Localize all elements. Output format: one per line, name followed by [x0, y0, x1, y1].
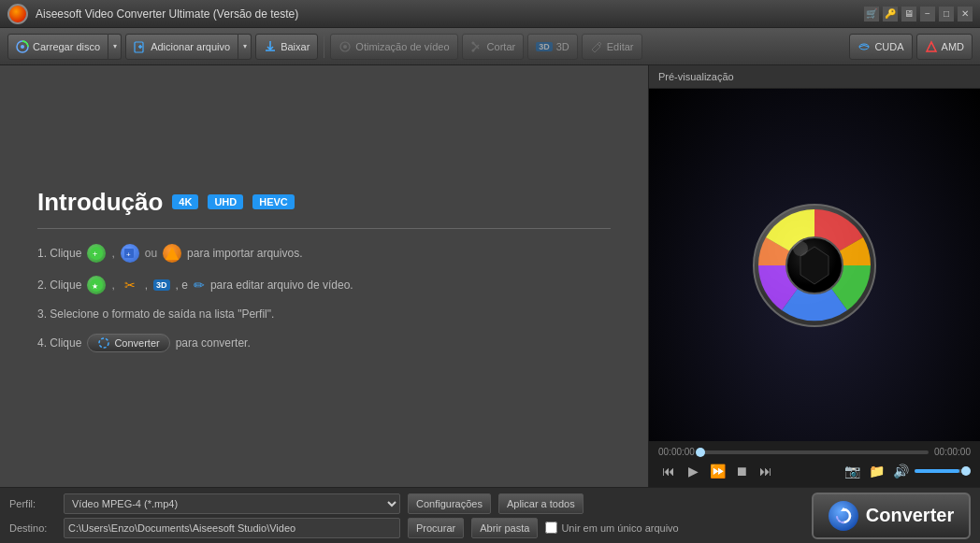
convert-icon-svg: [834, 507, 853, 525]
time-row: 00:00:00 00:00:00: [658, 447, 971, 457]
titlebar-controls: 🛒 🔑 🖥 − □ ✕: [864, 7, 973, 21]
step1-icon-3: [163, 244, 181, 263]
svg-point-7: [859, 44, 869, 50]
profile-select[interactable]: Vídeo MPEG-4 (*.mp4): [64, 493, 400, 514]
merge-checkbox-row: Unir em um único arquivo: [545, 522, 678, 534]
dest-label: Destino:: [9, 522, 56, 534]
lens-svg: [749, 200, 880, 331]
svg-text:+: +: [126, 250, 131, 259]
preview-panel: Pré-visualização: [648, 65, 980, 487]
load-disc-button[interactable]: Carregar disco: [7, 34, 108, 60]
cuda-button[interactable]: CUDA: [849, 34, 912, 60]
skip-start-button[interactable]: ⏮: [658, 461, 679, 481]
intro-step-4: 4. Clique Converter para converter.: [37, 334, 611, 352]
badge-uhd: UHD: [208, 194, 243, 209]
step2-icon-scissors: ✂: [121, 276, 139, 294]
config-button[interactable]: Configurações: [408, 493, 491, 514]
svg-marker-12: [166, 247, 179, 260]
step2-icon-3d: 3D: [153, 279, 170, 291]
convert-spin-icon: [829, 501, 858, 531]
minimize-button[interactable]: −: [920, 7, 935, 21]
browse-button[interactable]: Procurar: [408, 518, 464, 538]
progress-thumb: [696, 448, 705, 457]
optimize-button[interactable]: Otimização de vídeo: [330, 34, 457, 60]
step1-icon-1: +: [87, 244, 106, 263]
intro-step-1: 1. Clique + , + ou para importar arquivo…: [37, 244, 611, 263]
main-area: Introdução 4K UHD HEVC 1. Clique + , + o…: [0, 65, 980, 487]
amd-icon: [925, 40, 938, 53]
close-button[interactable]: ✕: [958, 7, 973, 21]
svg-point-1: [21, 45, 24, 49]
load-disc-dropdown[interactable]: ▾: [108, 34, 122, 60]
scissors-icon: [470, 40, 483, 53]
progress-track[interactable]: [700, 450, 929, 454]
preview-controls: 00:00:00 00:00:00 ⏮ ▶ ⏩ ⏹ ⏭ 📷 📁 🔊: [649, 441, 980, 487]
step1-ou: ou: [145, 247, 157, 260]
step4-end: para converter.: [176, 336, 251, 350]
monitor-button[interactable]: 🖥: [901, 7, 916, 21]
cut-button[interactable]: Cortar: [462, 34, 525, 60]
load-disc-group: Carregar disco ▾: [7, 34, 122, 60]
svg-point-4: [343, 45, 347, 49]
merge-checkbox[interactable]: [545, 522, 557, 534]
preview-screen: [649, 89, 980, 441]
play-button[interactable]: ▶: [683, 461, 703, 481]
cart-button[interactable]: 🛒: [864, 7, 879, 21]
intro-content: Introdução 4K UHD HEVC 1. Clique + , + o…: [0, 65, 648, 487]
step2-comma: ,: [111, 279, 114, 292]
intro-step-2: 2. Clique ★ , ✂ , 3D , e ✏ para editar a…: [37, 276, 611, 294]
dest-input[interactable]: [64, 518, 400, 538]
volume-icon[interactable]: 🔊: [890, 461, 911, 481]
profile-row: Perfil: Vídeo MPEG-4 (*.mp4) Configuraçõ…: [9, 493, 804, 514]
svg-point-19: [793, 241, 808, 256]
cuda-icon: [858, 40, 871, 53]
skip-end-button[interactable]: ⏭: [756, 461, 776, 481]
disc-icon: [16, 40, 29, 53]
open-folder-button[interactable]: Abrir pasta: [471, 518, 538, 538]
merge-label[interactable]: Unir em um único arquivo: [561, 522, 678, 534]
preview-header: Pré-visualização: [649, 65, 980, 89]
app-logo: [7, 4, 28, 24]
time-end: 00:00:00: [934, 447, 971, 457]
svg-text:+: +: [93, 250, 97, 259]
amd-button[interactable]: AMD: [916, 34, 973, 60]
step4-label: 4. Clique: [37, 336, 81, 350]
threed-button[interactable]: 3D 3D: [527, 34, 578, 60]
add-file-button[interactable]: Adicionar arquivo: [125, 34, 238, 60]
volume-fill: [915, 469, 959, 473]
playback-row: ⏮ ▶ ⏩ ⏹ ⏭ 📷 📁 🔊: [658, 461, 971, 481]
dest-row: Destino: Procurar Abrir pasta Unir em um…: [9, 518, 804, 538]
stop-button[interactable]: ⏹: [731, 461, 752, 481]
profile-label: Perfil:: [9, 498, 56, 509]
3d-badge: 3D: [536, 42, 553, 51]
volume-thumb: [961, 466, 971, 476]
add-file-group: Adicionar arquivo ▾: [125, 34, 252, 60]
fast-forward-button[interactable]: ⏩: [707, 461, 728, 481]
convert-button[interactable]: Converter: [812, 493, 971, 539]
screenshot-button[interactable]: 📷: [842, 461, 862, 481]
step2-icon-arrow: ✏: [194, 278, 205, 293]
step2-end: para editar arquivo de vídeo.: [210, 279, 353, 292]
step1-icon-2: +: [121, 244, 139, 263]
step1-end: para importar arquivos.: [187, 247, 302, 260]
intro-step-3: 3. Selecione o formato de saída na lista…: [37, 307, 611, 321]
key-button[interactable]: 🔑: [883, 7, 898, 21]
toolbar: Carregar disco ▾ Adicionar arquivo ▾ Bai…: [0, 28, 980, 65]
maximize-button[interactable]: □: [939, 7, 954, 21]
lens-graphic: [749, 200, 880, 331]
step1-label: 1. Clique: [37, 247, 81, 260]
add-file-dropdown[interactable]: ▾: [238, 34, 252, 60]
volume-track[interactable]: [915, 469, 971, 473]
edit-button[interactable]: Editar: [582, 34, 642, 60]
badge-hevc: HEVC: [252, 194, 295, 209]
time-start: 00:00:00: [658, 447, 695, 457]
folder-button[interactable]: 📁: [866, 461, 886, 481]
bottom-left: Perfil: Vídeo MPEG-4 (*.mp4) Configuraçõ…: [9, 493, 804, 538]
intro-title-row: Introdução 4K UHD HEVC: [37, 188, 611, 217]
step2-icon-1: ★: [87, 276, 106, 294]
download-button[interactable]: Baixar: [255, 34, 318, 60]
apply-all-button[interactable]: Aplicar a todos: [498, 493, 584, 514]
step3-label: 3. Selecione o formato de saída na lista…: [37, 307, 274, 321]
convert-button-label: Converter: [866, 505, 954, 526]
converter-inline-btn: Converter: [87, 334, 169, 352]
